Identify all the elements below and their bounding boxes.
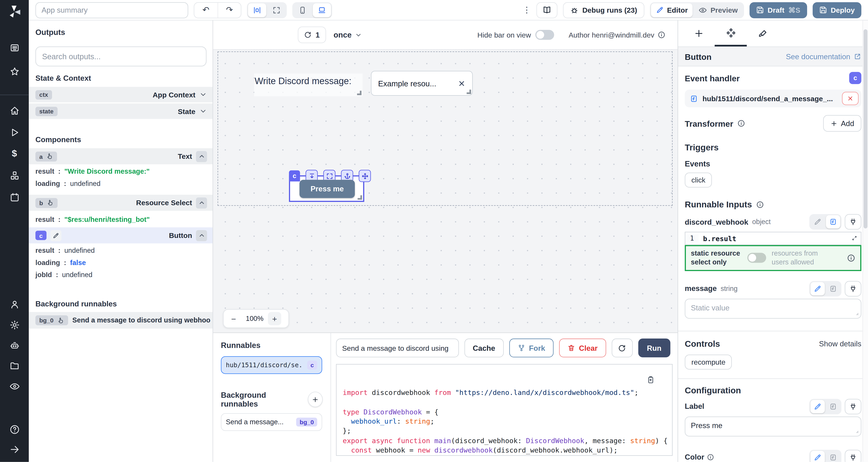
connect-mode-fx-button[interactable]	[826, 282, 840, 295]
plug-connect-button[interactable]	[845, 281, 861, 296]
apps-grid-icon[interactable]	[8, 41, 21, 54]
selected-runnable-item[interactable]: hub/1511/discord/se... c	[221, 356, 322, 374]
ctx-row[interactable]: ctx App Context	[29, 87, 213, 104]
resize-corner-icon[interactable]	[854, 308, 859, 318]
scrollbar-thumb[interactable]	[864, 29, 867, 229]
collapse-a-button[interactable]	[196, 151, 207, 162]
clear-x-icon[interactable]	[458, 79, 466, 87]
info-icon[interactable]	[658, 31, 665, 39]
tab-preview[interactable]: Preview	[694, 3, 743, 17]
folders-icon[interactable]	[8, 359, 21, 372]
center-layout-button[interactable]	[248, 3, 266, 17]
debug-runs-button[interactable]: Debug runs (23)	[563, 2, 644, 18]
static-mode-pencil-button[interactable]	[810, 215, 825, 229]
help-icon[interactable]	[8, 423, 21, 436]
run-button[interactable]: Run	[638, 338, 670, 357]
plug-connect-button[interactable]	[845, 214, 861, 230]
label-value-input[interactable]: Press me	[685, 416, 861, 436]
zoom-out-button[interactable]: −	[227, 312, 240, 325]
fullwidth-layout-button[interactable]	[268, 3, 286, 17]
home-icon[interactable]	[8, 104, 21, 117]
copy-code-icon[interactable]	[647, 376, 655, 386]
click-event-chip[interactable]: click	[685, 173, 712, 188]
hide-bar-toggle[interactable]	[535, 30, 554, 40]
fork-button[interactable]: Fork	[509, 338, 553, 357]
info-icon[interactable]	[847, 254, 855, 262]
plug-connect-button[interactable]	[845, 450, 861, 462]
mobile-view-button[interactable]	[293, 3, 312, 17]
audit-eye-icon[interactable]	[8, 380, 21, 393]
text-component[interactable]: Write Discord message:	[254, 73, 363, 96]
zoom-in-button[interactable]: +	[268, 312, 281, 325]
button-component-selected[interactable]: c Press me	[289, 175, 364, 202]
info-icon[interactable]	[707, 454, 714, 461]
collapse-b-button[interactable]	[196, 197, 207, 208]
static-mode-pencil-button[interactable]	[810, 451, 825, 462]
show-details-link[interactable]: Show details	[819, 340, 861, 348]
user-icon[interactable]	[8, 298, 21, 311]
kebab-menu-icon[interactable]: ⋮	[523, 5, 531, 15]
redo-button[interactable]: ↷	[218, 2, 241, 17]
collapse-sidebar-icon[interactable]	[8, 442, 21, 456]
resize-handle[interactable]	[358, 195, 362, 200]
app-canvas[interactable]: Write Discord message: Example resou... …	[213, 50, 678, 332]
windmill-logo-icon[interactable]	[7, 4, 22, 19]
chevron-down-icon[interactable]	[199, 107, 207, 115]
component-settings-tab[interactable]	[715, 21, 747, 46]
undo-button[interactable]: ↶	[194, 2, 218, 17]
reload-button[interactable]	[612, 338, 632, 357]
rename-c-button[interactable]	[51, 230, 61, 241]
component-b-row[interactable]: b Resource Select	[29, 195, 213, 212]
connect-mode-fx-button[interactable]	[826, 215, 840, 229]
deploy-button[interactable]: Deploy	[812, 2, 861, 18]
draft-button[interactable]: Draft ⌘S	[749, 2, 807, 18]
documentation-book-button[interactable]	[536, 2, 558, 18]
info-icon[interactable]	[737, 120, 745, 127]
connect-mode-fx-button[interactable]	[826, 451, 840, 462]
component-c-row[interactable]: c Button	[29, 227, 213, 244]
styling-tab[interactable]	[747, 21, 779, 46]
schedules-calendar-icon[interactable]	[8, 190, 21, 204]
see-documentation-link[interactable]: See documentation	[786, 52, 861, 60]
resource-select-component[interactable]: Example resou...	[371, 71, 473, 96]
collapse-c-button[interactable]	[196, 230, 207, 241]
app-summary-input[interactable]	[35, 2, 188, 18]
resources-toggle[interactable]	[747, 253, 766, 263]
resize-handle[interactable]	[467, 90, 471, 94]
connect-mode-fx-button[interactable]	[826, 400, 840, 413]
code-editor[interactable]: import discordwebhook from "https://deno…	[336, 364, 673, 456]
recompute-chip[interactable]: recompute	[685, 354, 732, 369]
webhook-expr-editor[interactable]: 1 b.result	[685, 232, 861, 245]
search-outputs-input[interactable]	[35, 46, 206, 66]
cache-button[interactable]: Cache	[465, 338, 503, 357]
clear-button[interactable]: Clear	[559, 338, 606, 357]
add-bg-runnable-button[interactable]	[308, 392, 323, 407]
state-row[interactable]: state State	[29, 103, 213, 120]
press-me-button[interactable]: Press me	[300, 180, 355, 198]
runs-play-icon[interactable]	[8, 126, 21, 139]
chevron-down-icon[interactable]	[199, 91, 207, 99]
info-icon[interactable]	[756, 201, 764, 209]
run-mode-dropdown[interactable]: once	[334, 31, 362, 39]
refresh-count-box[interactable]: 1	[298, 27, 326, 43]
script-name-input[interactable]	[336, 338, 459, 357]
scrollbar[interactable]	[862, 21, 868, 462]
component-a-row[interactable]: a Text	[29, 148, 213, 165]
resize-corner-icon[interactable]	[854, 426, 859, 436]
plug-connect-button[interactable]	[845, 399, 861, 414]
add-transformer-button[interactable]: Add	[823, 115, 861, 132]
remove-handler-button[interactable]	[842, 92, 859, 105]
tab-editor[interactable]: Editor	[651, 3, 693, 17]
static-mode-pencil-button[interactable]	[810, 282, 825, 295]
resize-handle[interactable]	[357, 91, 362, 95]
resources-cubes-icon[interactable]	[8, 169, 21, 182]
settings-gear-icon[interactable]	[8, 318, 21, 331]
variables-dollar-icon[interactable]: $	[8, 147, 21, 160]
desktop-view-button[interactable]	[313, 3, 331, 17]
workers-robot-icon[interactable]	[8, 338, 21, 352]
move-button[interactable]	[359, 170, 371, 182]
message-static-input[interactable]	[685, 298, 861, 318]
static-mode-pencil-button[interactable]	[810, 400, 825, 413]
bg0-row[interactable]: bg_0 Send a message to discord using web…	[29, 312, 213, 329]
insert-component-tab[interactable]	[683, 21, 715, 46]
